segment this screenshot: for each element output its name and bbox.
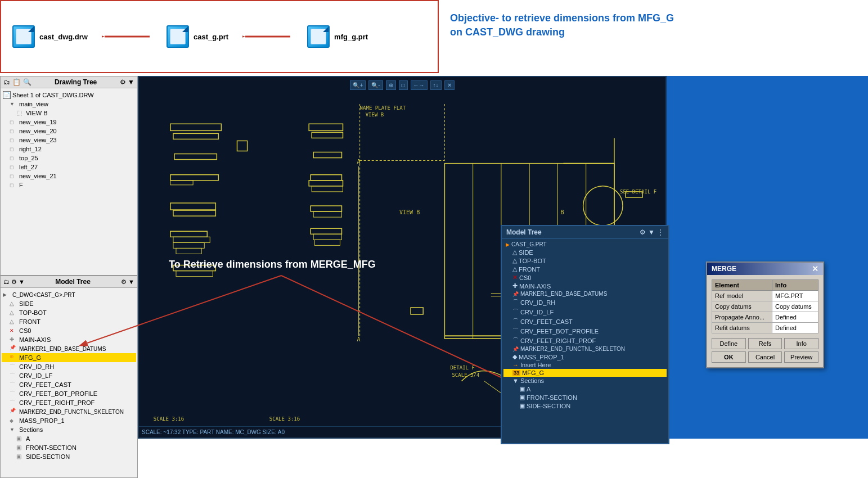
box-btn[interactable]: □ [399,80,408,90]
tree-item-side-l[interactable]: SIDE [2,299,136,308]
file-cast-dwg: cast_dwg.drw [12,25,88,48]
merge-dialog-close-btn[interactable]: ✕ [812,264,818,273]
float-tree-item-cs0[interactable]: ✕ CS0 [503,273,667,282]
model-tree-left-panel: 🗂 ⚙ ▼ Model Tree ⚙ ▼ C_DWG<CAST_G>.PRT S… [0,276,138,478]
model-tree-left-header: 🗂 ⚙ ▼ Model Tree ⚙ ▼ [1,276,137,288]
tree-item-c-dwg[interactable]: C_DWG<CAST_G>.PRT [2,290,136,299]
cad-rect-11 [176,248,201,254]
model-tree-icon-3[interactable]: ▼ [19,278,25,285]
tree-item-crv-feet-cast-l[interactable]: CRV_FEET_CAST [2,380,136,389]
tree-item-cs0-l[interactable]: CS0 [2,326,136,335]
tree-item-main-view[interactable]: main_view [2,100,136,109]
cad-mid-rect-10 [313,234,341,240]
cast-g-icon [167,25,189,48]
float-tree-item-sections[interactable]: ▼ Sections [503,377,667,385]
tree-item-top-25[interactable]: top_25 [2,154,136,163]
zoom-out-btn[interactable]: 🔍- [368,80,383,90]
merge-refs-btn[interactable]: Refs [748,338,782,349]
tree-item-crv-id-lf-l[interactable]: CRV_ID_LF [2,371,136,380]
tree-item-crv-feet-bot-l[interactable]: CRV_FEET_BOT_PROFILE [2,389,136,398]
model-tree-settings-icon[interactable]: ⚙ [121,278,127,286]
float-tree-item-front[interactable]: △ FRONT [503,265,667,273]
tree-item-sheet1[interactable]: Sheet 1 of CAST_DWG.DRW [2,91,136,100]
toolbar-icon-3[interactable]: 🔍 [23,78,32,86]
tree-item-mass-prop-l[interactable]: MASS_PROP_1 [2,416,136,425]
tree-item-top-bot-l[interactable]: TOP-BOT [2,308,136,317]
merge-preview-btn[interactable]: Preview [784,351,818,363]
tree-item-side-section-l[interactable]: SIDE-SECTION [2,452,136,461]
cast-dwg-icon [12,25,35,48]
float-tree-item-main-axis[interactable]: ✚ MAIN-AXIS [503,282,667,290]
float-tree-item-crv-feet-cast[interactable]: ⌒ CRV_FEET_CAST [503,317,667,326]
merge-row-refit: Refit datums Defined [712,323,818,333]
merge-info-btn[interactable]: Info [784,338,818,349]
toolbar-icon-1[interactable]: 🗂 [3,78,10,86]
float-tree-item-side[interactable]: △ SIDE [503,248,667,256]
float-tree-item-insert-here[interactable]: → Insert Here [503,361,667,369]
panel-settings-icon[interactable]: ⚙ [120,78,126,86]
tree-item-marker1-l[interactable]: 📌 MARKER1_END_BASE_DATUMS [2,344,136,353]
cad-center-small-rect [411,308,423,314]
tree-item-front-section-l[interactable]: FRONT-SECTION [2,443,136,452]
pan-v-btn[interactable]: ↑↓ [430,80,442,90]
model-tree-float-panel: Model Tree ⚙ ▼ ⋮ ▶ CAST_G.PRT △ SIDE △ T… [501,225,669,444]
right-panel-bg [667,76,868,439]
cad-text-viewb: VIEW B [366,112,384,118]
merge-ok-btn[interactable]: OK [712,351,746,363]
toolbar-icon-2[interactable]: 📋 [12,78,21,86]
tree-item-crv-id-rh-l[interactable]: CRV_ID_RH [2,362,136,371]
merge-cancel-btn[interactable]: Cancel [748,351,782,363]
arrow-svg-2 [242,28,293,45]
panel-expand-icon[interactable]: ▼ [128,78,134,86]
float-tree-item-mfg-g[interactable]: 33 MFG_G [503,369,667,377]
cad-mid-rect-11 [314,240,340,245]
zoom-in-btn[interactable]: 🔍+ [350,80,366,90]
float-tree-item-crv-feet-bot[interactable]: ⌒ CRV_FEET_BOT_PROFILE [503,326,667,336]
tree-item-new-view-21[interactable]: new_view_21 [2,172,136,181]
drawing-tree-panel: 🗂 📋 🔍 Drawing Tree ⚙ ▼ Sheet 1 of CAST_D… [0,76,138,276]
model-tree-left-content: C_DWG<CAST_G>.PRT SIDE TOP-BOT FRONT CS0… [1,288,137,463]
pan-h-btn[interactable]: ←→ [411,80,428,90]
float-tree-settings-icon[interactable]: ⚙ [640,228,646,236]
cad-mid-rect-2 [312,132,343,138]
tree-item-left-27[interactable]: left_27 [2,163,136,172]
tree-item-right-12[interactable]: right_12 [2,145,136,154]
float-tree-expand-icon[interactable]: ▼ [648,228,655,236]
tree-item-f[interactable]: F [2,181,136,190]
float-tree-item-crv-id-lf[interactable]: ⌒ CRV_ID_LF [503,307,667,317]
merge-info-table: Element Info Ref model MFG.PRT Copy datu… [712,279,818,333]
model-tree-icon-2[interactable]: ⚙ [11,278,17,286]
float-tree-item-cast-g[interactable]: ▶ CAST_G.PRT [503,241,667,248]
float-tree-item-sect-a[interactable]: ▣ A [503,385,667,393]
tree-item-new-view-20[interactable]: new_view_20 [2,127,136,136]
cad-text-viewb2: VIEW B [399,209,420,215]
float-tree-dots-icon[interactable]: ⋮ [657,228,664,236]
tree-item-view-b[interactable]: VIEW B [2,109,136,118]
float-tree-item-top-bot[interactable]: △ TOP-BOT [503,256,667,265]
model-tree-expand-icon[interactable]: ▼ [128,278,134,286]
tree-item-crv-feet-right-l[interactable]: CRV_FEET_RIGHT_PROF [2,398,136,407]
model-tree-icon-1[interactable]: 🗂 [3,278,10,285]
merge-dialog-title: MERGE ✕ [707,263,823,275]
float-tree-item-crv-id-rh[interactable]: ⌒ CRV_ID_RH [503,297,667,307]
tree-item-sections-l[interactable]: Sections [2,425,136,434]
float-tree-item-marker1[interactable]: 📌 MARKER1_END_BASE_DATUMS [503,290,667,297]
tree-item-main-axis-l[interactable]: MAIN-AXIS [2,335,136,344]
cad-rect-6 [170,203,215,210]
float-tree-item-side-section[interactable]: ▣ SIDE-SECTION [503,402,667,410]
float-tree-item-front-section[interactable]: ▣ FRONT-SECTION [503,393,667,402]
float-tree-item-crv-feet-right[interactable]: ⌒ CRV_FEET_RIGHT_PROF [503,336,667,345]
tree-item-front-l[interactable]: FRONT [2,317,136,326]
close-view-btn[interactable]: ✕ [444,80,455,90]
fit-btn[interactable]: ⊕ [386,80,396,90]
float-tree-item-mass-prop[interactable]: ◆ MASS_PROP_1 [503,353,667,361]
merge-define-btn[interactable]: Define [712,338,746,349]
float-tree-item-marker2[interactable]: 📌 MARKER2_END_FUNCTNL_SKELETON [503,345,667,353]
tree-item-new-view-19[interactable]: new_view_19 [2,118,136,127]
tree-item-sect-a-l[interactable]: A [2,434,136,443]
tree-item-mfg-g-l[interactable]: ⊕ MFG_G [2,353,136,362]
tree-item-marker2-l[interactable]: 📌 MARKER2_END_FUNCTNL_SKELETON [2,407,136,416]
drawing-tree-toolbar: ⚙ ▼ [120,78,134,86]
cad-b-label: B [560,209,564,215]
tree-item-new-view-23[interactable]: new_view_23 [2,136,136,145]
